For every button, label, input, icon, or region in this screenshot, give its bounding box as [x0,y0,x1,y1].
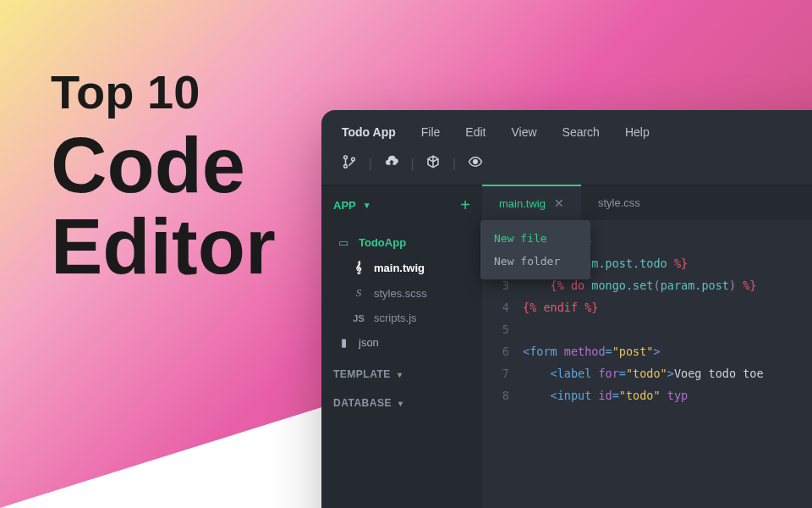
tree-folder-label: json [359,336,379,349]
context-menu-item-new-folder[interactable]: New folder [480,250,590,273]
tree-folder-root[interactable]: ▭ TodoApp [321,230,482,255]
svg-point-3 [474,160,478,164]
code-line: <form method="post"> [523,340,812,362]
tree-folder[interactable]: ▮ json [321,330,482,355]
code-line [523,318,812,340]
sidebar-section[interactable]: TEMPLATE ▾ [321,360,482,389]
menu-view[interactable]: View [511,125,536,139]
sidebar-section-label: TEMPLATE [333,368,391,380]
line-number: 4 [482,296,509,318]
main-panel: main.twig ✕ style.css New file New folde… [482,185,812,508]
code-line: <label for="todo">Voeg todo toe [523,362,812,384]
tree-file-label: scripts.js [374,312,417,324]
tree-file-label: main.twig [374,262,425,274]
toolbar-divider: | [369,157,372,170]
new-file-button[interactable]: + [460,196,470,215]
headline-line2a: Code [51,124,276,207]
editor-window: Todo App File Edit View Search Help | | … [321,110,812,508]
tree-file[interactable]: S styles.scss [321,280,482,306]
tab-bar: main.twig ✕ style.css [482,185,812,220]
eye-icon[interactable] [468,154,483,173]
menubar: Todo App File Edit View Search Help [321,110,812,147]
line-number: 5 [482,318,509,340]
tab-main-twig[interactable]: main.twig ✕ [482,185,581,220]
svg-point-2 [352,157,355,161]
headline-line2b: Editor [51,206,276,288]
svg-point-0 [344,156,348,159]
sidebar-section-label: DATABASE [333,397,392,409]
context-menu: New file New folder [480,220,590,279]
toolbar-divider: | [453,157,456,170]
tree-file-label: styles.scss [374,287,427,300]
headline-line1: Top 10 [51,68,276,118]
file-tree: ▭ TodoApp 𝄞 main.twig S styles.scss JS s… [321,225,482,360]
menu-edit[interactable]: Edit [465,125,486,139]
menu-search[interactable]: Search [562,125,600,139]
caret-down-icon: ▾ [398,370,403,379]
toolbar: | | | [321,147,812,185]
sidebar-section[interactable]: DATABASE ▾ [321,389,482,417]
sass-icon: S [352,286,365,300]
branch-icon[interactable] [342,154,357,173]
headline: Top 10 Code Editor [51,68,276,288]
code-line: <input id="todo" typ [523,384,812,406]
folder-icon: ▮ [337,336,350,349]
tree-file[interactable]: 𝄞 main.twig [321,255,482,280]
close-icon[interactable]: ✕ [554,196,564,210]
editor-body: APP ▼ + ▭ TodoApp 𝄞 main.twig S styles.s… [321,185,812,508]
line-number: 6 [482,340,509,362]
line-number: 8 [482,384,509,406]
package-icon[interactable] [425,154,441,173]
sidebar-header-label: APP [333,199,356,212]
tab-label: main.twig [499,197,546,210]
line-number: 7 [482,362,509,384]
context-menu-item-new-file[interactable]: New file [480,227,590,250]
toolbar-divider: | [411,157,414,170]
app-name[interactable]: Todo App [342,125,396,139]
tree-file[interactable]: JS scripts.js [321,306,482,330]
tree-folder-label: TodoApp [359,236,406,249]
menu-file[interactable]: File [421,125,441,139]
tab-style-css[interactable]: style.css [581,185,657,220]
sidebar: APP ▼ + ▭ TodoApp 𝄞 main.twig S styles.s… [321,185,482,508]
cloud-upload-icon[interactable] [384,154,399,173]
sidebar-header[interactable]: APP ▼ + [321,185,482,225]
svg-point-1 [344,164,348,168]
code-editor[interactable]: New file New folder 1 2 3 4 5 6 7 8 o Ap… [482,220,812,508]
code-line: {% endif %} [523,296,812,318]
caret-down-icon: ▼ [363,201,371,210]
caret-down-icon: ▾ [398,399,403,408]
js-icon: JS [352,313,365,323]
tab-label: style.css [598,196,640,209]
menu-help[interactable]: Help [625,125,650,139]
twig-icon: 𝄞 [352,261,365,274]
folder-open-icon: ▭ [337,236,350,249]
